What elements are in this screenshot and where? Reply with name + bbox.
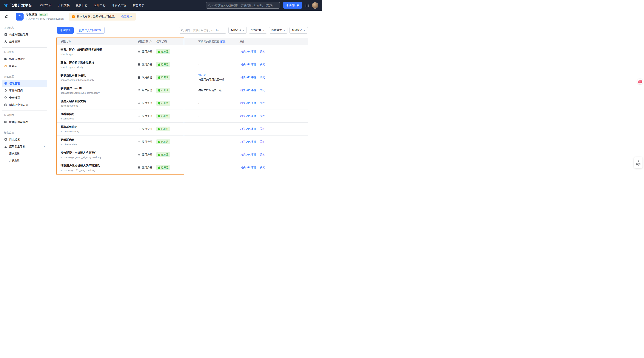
close-permission-link[interactable]: 关闭 [260, 114, 265, 118]
status-label: 已开通 [161, 140, 168, 144]
close-permission-link[interactable]: 关闭 [260, 89, 265, 92]
status-label: 已开通 [161, 114, 168, 118]
sidebar-item-label: 事件与回调 [9, 89, 23, 92]
version-alert: ! 版本发布后，当前修改方可生效 创建版本 [68, 13, 136, 20]
filter-label: 权限名称 [231, 28, 241, 32]
top-search[interactable] [206, 2, 280, 8]
permissions-table: 权限名称 权限类型 ? 权限状态 可访问的数据范围 配置 › 操作 查看、评论、… [57, 38, 308, 174]
close-permission-link[interactable]: 关闭 [260, 153, 265, 157]
chevron-up-icon: ∧ [43, 145, 45, 148]
status-badge: ✓ 已开通 [156, 75, 170, 80]
sidebar-item-members[interactable]: 成员管理 ∧ [2, 38, 47, 45]
permission-name: 获取群组信息 [60, 125, 138, 129]
developer-console-button[interactable]: 开发者后台 [283, 2, 302, 8]
help-icon[interactable]: ? [149, 40, 152, 43]
permission-search[interactable] [179, 27, 226, 34]
related-api-link[interactable]: 相关 API/事件 [240, 76, 256, 79]
robot-icon [4, 65, 7, 68]
top-search-input[interactable] [212, 4, 278, 7]
permission-search-input[interactable] [185, 29, 224, 32]
sidebar-item-release[interactable]: 版本管理与发布 ∧ [2, 119, 47, 126]
filter-dropdown[interactable]: 权限类型 ∨ [269, 27, 288, 34]
status-label: 已开通 [161, 63, 168, 66]
apps-grid-icon[interactable] [305, 3, 309, 7]
check-icon: ✓ [158, 167, 160, 169]
filter-dropdown[interactable]: 业务模块 ∨ [249, 27, 267, 34]
related-api-link[interactable]: 相关 API/事件 [240, 89, 256, 92]
sidebar-item-quality[interactable]: 应用质量看板 ∧ [2, 143, 47, 150]
create-version-link[interactable]: 创建版本 [122, 15, 132, 18]
app-identity-icon [138, 102, 140, 105]
related-api-link[interactable]: 相关 API/事件 [240, 140, 256, 144]
permission-type-label: 应用身份 [142, 127, 152, 131]
app-header: 专属助理 已启用 正式应用@Feishu Personal Edition ! … [0, 11, 322, 22]
scope-text: 与用户权限范围一致 [198, 89, 240, 92]
related-api-link[interactable]: 相关 API/事件 [240, 63, 256, 66]
scope-text: - [198, 102, 240, 105]
brand[interactable]: 飞书开放平台 [4, 3, 32, 8]
chevron-right-icon: › [227, 40, 228, 43]
topnav-item[interactable]: 更新日志 [76, 3, 88, 7]
filter-dropdown[interactable]: 权限名称 ∨ [228, 27, 247, 34]
sidebar-item-security[interactable]: 安全设置 ∧ [2, 94, 47, 101]
related-api-link[interactable]: 相关 API/事件 [240, 166, 256, 169]
check-icon: ✓ [158, 89, 160, 92]
app-subtitle: 正式应用@Feishu Personal Edition [26, 17, 64, 20]
sidebar-item-log[interactable]: 日志检索 ∧ [2, 136, 47, 143]
scope-text: - [198, 128, 240, 131]
add-capability-icon [4, 57, 7, 60]
status-badge: ✓ 已开通 [156, 49, 170, 54]
scope-link[interactable]: 通讯录 [198, 74, 206, 77]
sidebar-item-event[interactable]: 事件与回调 ∧ [2, 87, 47, 94]
sidebar: 基础信息 凭证与基础信息 ∧ 成员管理 ∧ 应用能力 添加应用能力 ∧ 机器人 … [0, 22, 49, 179]
status-badge: ✓ 已开通 [156, 101, 170, 106]
permission-name: 获取用户 user ID [60, 87, 138, 90]
user-avatar[interactable] [312, 2, 318, 8]
actions-cell: 相关 API/事件关闭 [240, 166, 308, 169]
related-api-link[interactable]: 相关 API/事件 [240, 114, 256, 118]
open-permission-button[interactable]: 开通权限 [57, 27, 74, 34]
related-api-link[interactable]: 相关 API/事件 [240, 50, 256, 53]
actions-cell: 相关 API/事件关闭 [240, 114, 308, 118]
sidebar-item-credential[interactable]: 凭证与基础信息 ∧ [2, 31, 47, 38]
sidebar-item-permission[interactable]: 权限管理 ∧ [2, 80, 47, 87]
chevron-down-icon: ∨ [263, 29, 265, 31]
permission-icon [4, 82, 7, 85]
table-row: 查看群信息 im:chat:read 应用身份 ✓ 已开通 - 相关 API/事… [57, 110, 308, 123]
topnav-item[interactable]: 智能助手 [133, 3, 144, 7]
close-permission-link[interactable]: 关闭 [260, 63, 265, 66]
credential-icon [4, 33, 7, 36]
table-row: 查看、评论、编辑和管理多维表格 bitable:app 应用身份 ✓ 已开通 -… [57, 45, 308, 58]
sidebar-item-robot[interactable]: 机器人 ∧ [2, 62, 47, 70]
topnav-item[interactable]: 客户案例 [40, 3, 52, 7]
close-permission-link[interactable]: 关闭 [260, 166, 265, 169]
close-permission-link[interactable]: 关闭 [260, 140, 265, 144]
related-api-link[interactable]: 相关 API/事件 [240, 102, 256, 105]
app-identity-icon [138, 166, 140, 169]
scope-text: - [198, 153, 240, 156]
filter-dropdown[interactable]: 权限状态 ∨ [290, 27, 308, 34]
status-badge: ✓ 已开通 [156, 62, 170, 67]
header-data-scope: 可访问的数据范围 配置 › [198, 40, 240, 43]
batch-import-export-button[interactable]: 批量导入/导出权限 [76, 27, 105, 34]
warning-icon: ! [72, 15, 75, 18]
table-row: 创建及编辑新版文档 docx:document 应用身份 ✓ 已开通 - 相关 … [57, 97, 308, 110]
related-api-link[interactable]: 相关 API/事件 [240, 127, 256, 131]
home-icon[interactable] [5, 14, 9, 18]
close-permission-link[interactable]: 关闭 [260, 50, 265, 53]
header-actions: 操作 [240, 40, 308, 43]
sidebar-item-test[interactable]: 测试企业和人员 ∧ [2, 101, 47, 108]
check-icon: ✓ [158, 76, 160, 79]
topnav-item[interactable]: 开发者广场 [112, 3, 126, 7]
topnav-item[interactable]: 应用中心 [94, 3, 106, 7]
related-api-link[interactable]: 相关 API/事件 [240, 153, 256, 157]
actions-cell: 相关 API/事件关闭 [240, 50, 308, 53]
scope-config-link[interactable]: 配置 [220, 40, 226, 43]
status-badge: ✓ 已开通 [156, 88, 170, 93]
sidebar-section: 运营监控 日志检索 ∧ 应用质量看板 ∧ 用户反馈 开发质量 [2, 128, 47, 164]
close-permission-link[interactable]: 关闭 [260, 127, 265, 131]
close-permission-link[interactable]: 关闭 [260, 102, 265, 105]
sidebar-item-add-capability[interactable]: 添加应用能力 ∧ [2, 55, 47, 62]
topnav-item[interactable]: 开发文档 [58, 3, 70, 7]
close-permission-link[interactable]: 关闭 [260, 76, 265, 79]
